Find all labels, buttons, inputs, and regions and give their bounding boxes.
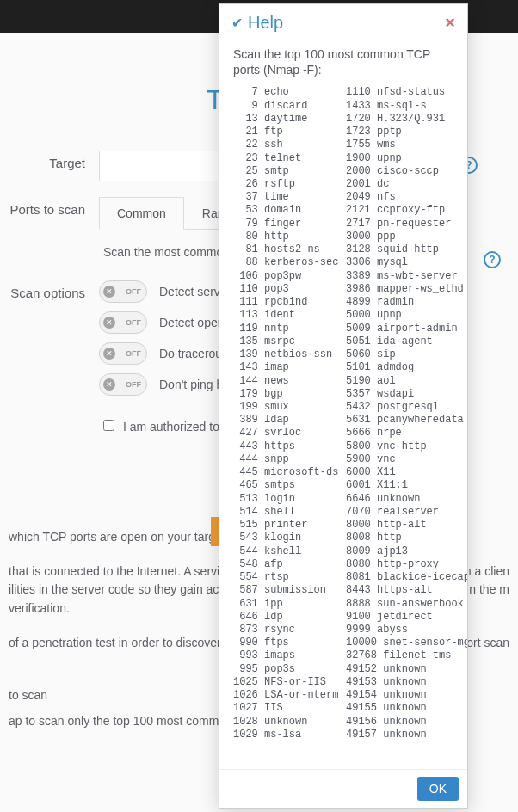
toggle-traceroute[interactable]: ✕ OFF (99, 342, 147, 365)
modal-intro: Scan the top 100 most common TCP ports (… (233, 46, 453, 77)
toggle-detect-service[interactable]: ✕ OFF (99, 280, 147, 303)
tab-common[interactable]: Common (99, 197, 184, 230)
opt-detect-os: Detect oper (159, 316, 221, 329)
close-icon[interactable]: × (445, 13, 455, 33)
ports-list: 7 echo 9 discard 13 daytime 21 ftp 22 ss… (233, 86, 453, 741)
authorized-checkbox[interactable] (103, 420, 114, 431)
opt-dont-ping: Don't ping h (159, 378, 223, 391)
modal-title: Help (248, 13, 445, 33)
authorized-checkbox-label[interactable]: I am authorized to sc (103, 420, 235, 434)
close-icon: ✕ (103, 286, 115, 298)
help-icon[interactable]: ? (484, 251, 501, 268)
help-modal: ✔ Help × Scan the top 100 most common TC… (219, 3, 468, 809)
scan-options-label: Scan options (9, 280, 99, 300)
close-icon: ✕ (103, 348, 115, 360)
close-icon: ✕ (103, 317, 115, 329)
opt-detect-service: Detect serv (159, 285, 220, 298)
opt-traceroute: Do tracerou (159, 347, 222, 360)
toggle-dont-ping[interactable]: ✕ OFF (99, 373, 147, 396)
ok-button[interactable]: OK (417, 777, 459, 801)
ports-to-scan-label: Ports to scan (9, 197, 99, 217)
check-icon: ✔ (231, 15, 243, 31)
toggle-detect-os[interactable]: ✕ OFF (99, 311, 147, 334)
target-label: Target (9, 151, 99, 170)
close-icon: ✕ (103, 378, 115, 391)
modal-header: ✔ Help × (219, 4, 467, 41)
